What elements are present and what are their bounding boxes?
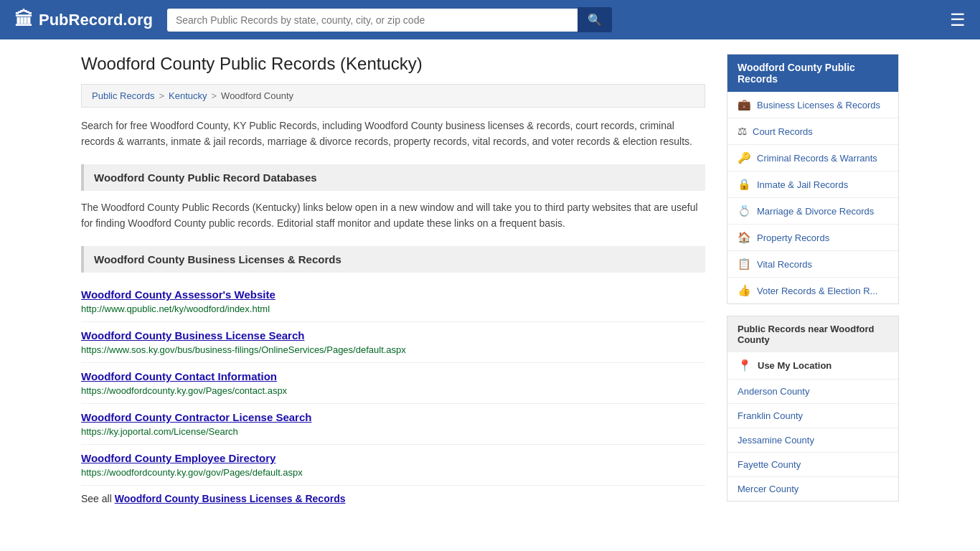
key-icon: 🔑 [738, 151, 751, 164]
clipboard-icon: 📋 [738, 258, 751, 270]
thumbsup-icon: 👍 [738, 284, 751, 297]
briefcase-icon: 💼 [738, 98, 751, 111]
sidebar-item-business-label: Business Licenses & Records [757, 100, 880, 110]
record-link-contact: Woodford County Contact Information http… [81, 363, 705, 404]
use-location-item[interactable]: 📍 Use My Location [727, 352, 898, 380]
sidebar-item-voter-label: Voter Records & Election R... [757, 286, 877, 296]
anderson-county-label: Anderson County [738, 386, 809, 397]
jessamine-county-label: Jessamine County [738, 435, 814, 446]
sidebar-item-property-label: Property Records [757, 232, 829, 243]
databases-section-header: Woodford County Public Record Databases [81, 164, 705, 191]
logo[interactable]: 🏛 PubRecord.org [14, 9, 153, 31]
sidebar-nearby-jessamine[interactable]: Jessamine County [727, 428, 898, 453]
contact-title-link[interactable]: Woodford County Contact Information [81, 370, 705, 382]
page-title: Woodford County Public Records (Kentucky… [81, 54, 705, 74]
franklin-county-label: Franklin County [738, 410, 803, 421]
search-container: 🔍 [167, 7, 612, 32]
record-link-employee: Woodford County Employee Directory https… [81, 445, 705, 486]
sidebar-item-criminal[interactable]: 🔑 Criminal Records & Warrants [727, 145, 898, 171]
sidebar-nearby-anderson[interactable]: Anderson County [727, 380, 898, 404]
record-link-business-license: Woodford County Business License Search … [81, 322, 705, 363]
fayette-county-label: Fayette County [738, 459, 801, 470]
sidebar: Woodford County Public Records 💼 Busines… [727, 54, 899, 513]
sidebar-item-inmate-label: Inmate & Jail Records [757, 179, 848, 190]
search-input[interactable] [167, 9, 578, 32]
breadcrumb-sep-2: > [212, 90, 217, 101]
sidebar-item-criminal-label: Criminal Records & Warrants [757, 153, 877, 164]
employee-url-link[interactable]: https://woodfordcounty.ky.gov/gov/Pages/… [81, 467, 303, 478]
intro-text: Search for free Woodford County, KY Publ… [81, 118, 705, 150]
assessor-url-link[interactable]: http://www.qpublic.net/ky/woodford/index… [81, 303, 270, 314]
ring-icon: 💍 [738, 204, 751, 217]
assessor-title-link[interactable]: Woodford County Assessor's Website [81, 288, 705, 301]
scales-icon: ⚖ [738, 125, 747, 138]
sidebar-item-vital[interactable]: 📋 Vital Records [727, 251, 898, 278]
business-license-title-link[interactable]: Woodford County Business License Search [81, 329, 705, 342]
sidebar-item-inmate[interactable]: 🔒 Inmate & Jail Records [727, 171, 898, 198]
sidebar-item-court[interactable]: ⚖ Court Records [727, 118, 898, 145]
menu-button[interactable]: ☰ [950, 10, 966, 30]
see-all: See all Woodford County Business License… [81, 493, 705, 504]
breadcrumb-current: Woodford County [221, 90, 293, 101]
logo-icon: 🏛 [14, 9, 33, 31]
sidebar-item-property[interactable]: 🏠 Property Records [727, 225, 898, 251]
sidebar-item-marriage-label: Marriage & Divorce Records [757, 206, 874, 217]
mercer-county-label: Mercer County [738, 484, 798, 494]
content-area: Woodford County Public Records (Kentucky… [81, 54, 705, 513]
sidebar-item-vital-label: Vital Records [757, 259, 812, 270]
search-button[interactable]: 🔍 [578, 7, 612, 32]
lock-icon: 🔒 [738, 178, 751, 191]
header: 🏛 PubRecord.org 🔍 ☰ [0, 0, 980, 39]
records-sidebar-title: Woodford County Public Records [727, 55, 898, 92]
sidebar-item-voter[interactable]: 👍 Voter Records & Election R... [727, 278, 898, 303]
sidebar-item-business[interactable]: 💼 Business Licenses & Records [727, 92, 898, 118]
location-icon: 📍 [738, 359, 752, 372]
home-icon: 🏠 [738, 231, 751, 244]
business-section-header: Woodford County Business Licenses & Reco… [81, 246, 705, 273]
sidebar-nearby-franklin[interactable]: Franklin County [727, 404, 898, 428]
records-sidebar-box: Woodford County Public Records 💼 Busines… [727, 54, 899, 304]
nearby-sidebar-title: Public Records near Woodford County [727, 316, 898, 352]
sidebar-nearby-fayette[interactable]: Fayette County [727, 453, 898, 477]
breadcrumb-kentucky[interactable]: Kentucky [169, 90, 207, 101]
record-link-assessor: Woodford County Assessor's Website http:… [81, 281, 705, 322]
logo-text: PubRecord.org [39, 11, 153, 29]
business-license-url-link[interactable]: https://www.sos.ky.gov/bus/business-fili… [81, 344, 406, 355]
sidebar-nearby-mercer[interactable]: Mercer County [727, 477, 898, 501]
breadcrumb-sep-1: > [159, 90, 164, 101]
sidebar-item-court-label: Court Records [753, 126, 813, 137]
record-link-contractor: Woodford County Contractor License Searc… [81, 404, 705, 445]
contact-url-link[interactable]: https://woodfordcounty.ky.gov/Pages/cont… [81, 385, 287, 396]
breadcrumb-public-records[interactable]: Public Records [92, 90, 154, 101]
main-container: Woodford County Public Records (Kentucky… [60, 39, 920, 527]
employee-title-link[interactable]: Woodford County Employee Directory [81, 452, 705, 464]
contractor-title-link[interactable]: Woodford County Contractor License Searc… [81, 411, 705, 423]
see-all-link[interactable]: Woodford County Business Licenses & Reco… [115, 493, 346, 504]
breadcrumb: Public Records > Kentucky > Woodford Cou… [81, 84, 705, 108]
use-location-label: Use My Location [758, 360, 831, 371]
nearby-sidebar-box: Public Records near Woodford County 📍 Us… [727, 316, 899, 501]
contractor-url-link[interactable]: https://ky.joportal.com/License/Search [81, 426, 238, 437]
sidebar-item-marriage[interactable]: 💍 Marriage & Divorce Records [727, 198, 898, 225]
db-description: The Woodford County Public Records (Kent… [81, 199, 705, 232]
